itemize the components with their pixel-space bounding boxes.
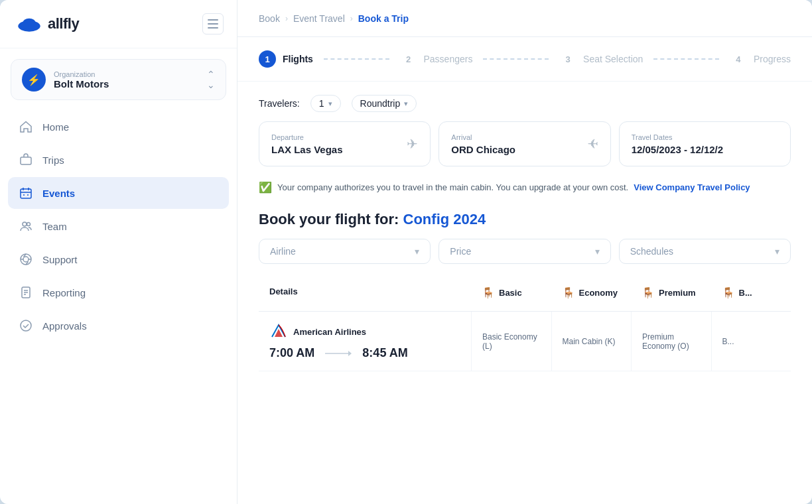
step-2-label: Passengers — [424, 54, 473, 64]
svg-point-10 — [23, 222, 27, 226]
aa-logo-icon — [269, 322, 288, 341]
sidebar-item-trips-label: Trips — [42, 155, 64, 166]
reporting-icon — [19, 285, 33, 300]
breadcrumb: Book › Event Travel › Book a Trip — [259, 13, 409, 24]
policy-check-icon: ✅ — [259, 181, 272, 194]
flight-economy-cell[interactable]: Main Cabin (K) — [551, 312, 632, 371]
sidebar-item-trips[interactable]: Trips — [8, 144, 229, 176]
travelers-count-dropdown[interactable]: 1 ▾ — [310, 95, 341, 112]
sidebar-item-events-label: Events — [42, 188, 75, 199]
sidebar-item-approvals[interactable]: Approvals — [8, 310, 229, 342]
logo-text: allfly — [48, 15, 79, 32]
flight-event-name: Config 2024 — [403, 211, 486, 227]
step-1-label: Flights — [283, 54, 313, 64]
svg-point-13 — [23, 257, 29, 262]
approvals-icon — [19, 318, 33, 333]
app-logo: allfly — [16, 13, 79, 34]
svg-point-22 — [21, 320, 31, 331]
search-form: Travelers: 1 ▾ Roundtrip ▾ Departure — [237, 82, 812, 174]
svg-point-8 — [23, 194, 25, 196]
filter-row: Airline ▾ Price ▾ Schedules ▾ — [259, 239, 791, 264]
airline-filter[interactable]: Airline ▾ — [259, 239, 431, 264]
breadcrumb-book[interactable]: Book — [259, 13, 280, 24]
sidebar-item-team[interactable]: Team — [8, 210, 229, 242]
svg-rect-4 — [208, 23, 218, 25]
flight-basic-cell[interactable]: Basic Economy (L) — [471, 312, 551, 371]
flight-heading-text: Book your flight for: — [259, 211, 399, 227]
step-seat-selection: 3 Seat Selection — [559, 50, 643, 68]
travelers-label: Travelers: — [259, 98, 300, 109]
step-flights: 1 Flights — [259, 50, 313, 68]
sidebar-nav: Home Trips Events Team — [0, 105, 237, 504]
sidebar-item-home[interactable]: Home — [8, 111, 229, 143]
arrival-value: ORD Chicago — [451, 144, 515, 155]
svg-rect-5 — [208, 27, 218, 29]
sidebar-item-support-label: Support — [42, 254, 78, 265]
flight-extra-cell[interactable]: B... — [711, 312, 791, 371]
svg-point-2 — [21, 22, 29, 29]
org-chevron-icon: ⌃⌄ — [207, 69, 215, 90]
top-bar: Book › Event Travel › Book a Trip — [237, 0, 812, 37]
step-3-label: Seat Selection — [583, 54, 643, 64]
travelers-count: 1 — [319, 98, 324, 109]
departure-value: LAX Las Vegas — [271, 144, 343, 155]
sidebar-item-reporting-label: Reporting — [42, 287, 86, 298]
breadcrumb-sep-2: › — [350, 14, 353, 23]
trip-type-chevron-icon: ▾ — [404, 99, 408, 108]
sidebar-item-reporting[interactable]: Reporting — [8, 277, 229, 308]
svg-rect-6 — [21, 157, 31, 164]
th-premium: 🪑 Premium — [631, 281, 711, 304]
sidebar-header: allfly — [0, 0, 237, 48]
travelers-chevron-icon: ▾ — [328, 99, 332, 108]
sidebar-item-events[interactable]: Events — [8, 177, 229, 209]
departure-plane-icon: ✈ — [407, 136, 418, 152]
th-extra: 🪑 B... — [711, 281, 791, 304]
departure-label: Departure — [271, 133, 343, 141]
sidebar-collapse-button[interactable] — [202, 13, 224, 34]
airline-row: American Airlines — [269, 322, 460, 341]
depart-time: 7:00 AM — [269, 346, 314, 360]
travel-dates-value: 12/05/2023 - 12/12/2 — [632, 144, 723, 155]
trip-type-dropdown[interactable]: Roundtrip ▾ — [352, 95, 417, 112]
basic-class-name: Basic Economy (L) — [482, 332, 541, 351]
sidebar-item-support[interactable]: Support — [8, 243, 229, 275]
arrive-time: 8:45 AM — [362, 346, 407, 360]
trip-type: Roundtrip — [360, 98, 401, 109]
svg-rect-3 — [208, 19, 218, 21]
sidebar-item-team-label: Team — [42, 221, 67, 232]
airline-filter-label: Airline — [270, 246, 296, 257]
breadcrumb-event-travel[interactable]: Event Travel — [293, 13, 345, 24]
seat-basic-icon: 🪑 — [482, 286, 495, 299]
policy-link[interactable]: View Company Travel Policy — [634, 182, 750, 192]
airline-filter-chevron-icon: ▾ — [415, 246, 419, 257]
flight-section: Book your flight for: Config 2024 Airlin… — [237, 200, 812, 371]
arrival-field[interactable]: Arrival ORD Chicago ✈ — [439, 121, 610, 166]
flight-duration-icon — [325, 349, 352, 357]
team-icon — [19, 219, 33, 233]
price-filter[interactable]: Price ▾ — [439, 239, 610, 264]
schedules-filter[interactable]: Schedules ▾ — [619, 239, 791, 264]
trips-icon — [19, 153, 33, 167]
economy-class-name: Main Cabin (K) — [563, 337, 621, 346]
arrival-label: Arrival — [451, 133, 515, 141]
travel-dates-field[interactable]: Travel Dates 12/05/2023 - 12/12/2 — [619, 121, 791, 166]
seat-economy-icon: 🪑 — [562, 286, 575, 299]
policy-notice: ✅ Your company authorizes you to travel … — [237, 174, 812, 200]
svg-marker-24 — [348, 351, 352, 356]
step-progress: 4 Progress — [730, 50, 791, 68]
airline-name: American Airlines — [293, 327, 366, 337]
sidebar-collapse-icon — [208, 19, 218, 29]
times-row: 7:00 AM 8:45 AM — [269, 346, 460, 360]
org-switcher[interactable]: ⚡ Organization Bolt Motors ⌃⌄ — [11, 59, 226, 100]
th-economy: 🪑 Economy — [551, 281, 632, 304]
sidebar-item-approvals-label: Approvals — [42, 320, 87, 332]
step-3-num: 3 — [559, 50, 576, 68]
schedules-filter-chevron-icon: ▾ — [775, 246, 779, 257]
price-filter-chevron-icon: ▾ — [595, 246, 600, 257]
flight-premium-cell[interactable]: Premium Economy (O) — [631, 312, 711, 371]
flight-heading: Book your flight for: Config 2024 — [259, 211, 791, 228]
org-avatar: ⚡ — [22, 68, 46, 92]
travel-dates-label: Travel Dates — [632, 133, 723, 141]
departure-field[interactable]: Departure LAX Las Vegas ✈ — [259, 121, 431, 166]
step-passengers: 2 Passengers — [400, 50, 473, 68]
